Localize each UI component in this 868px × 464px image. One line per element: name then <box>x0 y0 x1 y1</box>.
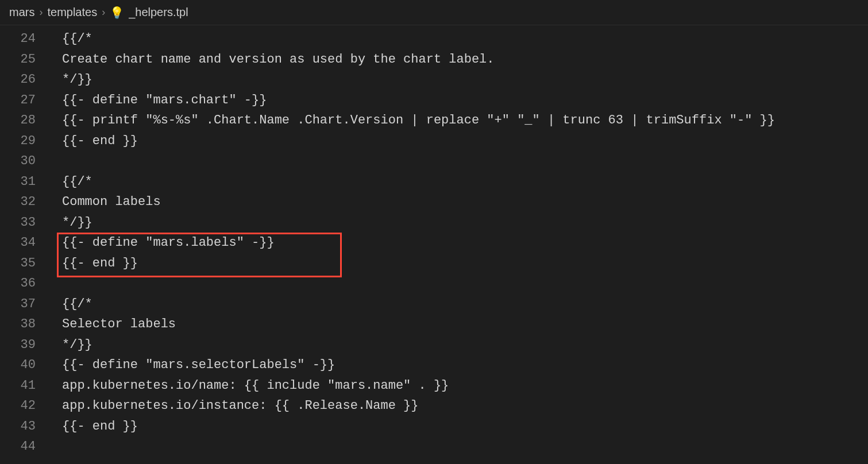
line-number: 42 <box>0 396 36 416</box>
code-line[interactable]: Create chart name and version as used by… <box>52 49 868 70</box>
code-line[interactable]: {{/* <box>52 29 868 49</box>
line-number: 43 <box>0 416 36 437</box>
line-number: 30 <box>0 151 36 172</box>
code-line[interactable]: {{- define "mars.labels" -}} <box>52 233 868 253</box>
chevron-right-icon: › <box>39 6 43 18</box>
code-line[interactable]: {{- define "mars.chart" -}} <box>52 90 868 111</box>
code-line[interactable]: {{- end }} <box>52 253 868 274</box>
line-number: 28 <box>0 110 36 131</box>
line-number: 25 <box>0 49 36 70</box>
code-line[interactable]: */}} <box>52 212 868 233</box>
line-number: 27 <box>0 90 36 111</box>
code-line[interactable] <box>52 151 868 172</box>
code-line[interactable]: */}} <box>52 335 868 355</box>
code-line[interactable]: {{/* <box>52 172 868 192</box>
code-line[interactable]: {{- define "mars.selectorLabels" -}} <box>52 355 868 376</box>
code-line[interactable]: app.kubernetes.io/instance: {{ .Release.… <box>52 396 868 416</box>
code-editor[interactable]: 2425262728293031323334353637383940414243… <box>0 25 868 464</box>
line-number: 26 <box>0 69 36 90</box>
line-number: 29 <box>0 131 36 152</box>
line-number: 24 <box>0 29 36 49</box>
line-number: 44 <box>0 436 36 457</box>
line-number: 35 <box>0 253 36 274</box>
line-number: 33 <box>0 212 36 233</box>
line-number: 34 <box>0 233 36 253</box>
breadcrumb: mars › templates › 💡 _helpers.tpl <box>0 0 868 25</box>
line-number: 32 <box>0 192 36 212</box>
code-line[interactable]: {{- end }} <box>52 416 868 437</box>
line-number: 31 <box>0 172 36 192</box>
line-number: 37 <box>0 294 36 315</box>
code-line[interactable]: */}} <box>52 69 868 90</box>
lightbulb-icon: 💡 <box>110 6 124 20</box>
line-number: 36 <box>0 273 36 294</box>
line-number: 41 <box>0 376 36 396</box>
code-line[interactable]: {{- printf "%s-%s" .Chart.Name .Chart.Ve… <box>52 110 868 131</box>
code-line[interactable]: {{/* <box>52 294 868 315</box>
code-line[interactable]: Common labels <box>52 192 868 212</box>
code-line[interactable] <box>52 273 868 294</box>
breadcrumb-item-0[interactable]: mars <box>9 6 34 19</box>
code-line[interactable]: Selector labels <box>52 314 868 335</box>
breadcrumb-item-1[interactable]: templates <box>47 6 97 19</box>
line-number: 39 <box>0 335 36 355</box>
chevron-right-icon: › <box>102 6 105 18</box>
breadcrumb-item-2[interactable]: _helpers.tpl <box>129 6 188 19</box>
code-line[interactable]: {{- end }} <box>52 131 868 152</box>
line-number-gutter: 2425262728293031323334353637383940414243… <box>0 25 52 464</box>
code-line[interactable]: app.kubernetes.io/name: {{ include "mars… <box>52 376 868 396</box>
code-line[interactable] <box>52 436 868 457</box>
line-number: 40 <box>0 355 36 376</box>
line-number: 38 <box>0 314 36 335</box>
code-content[interactable]: {{/*Create chart name and version as use… <box>52 25 868 464</box>
